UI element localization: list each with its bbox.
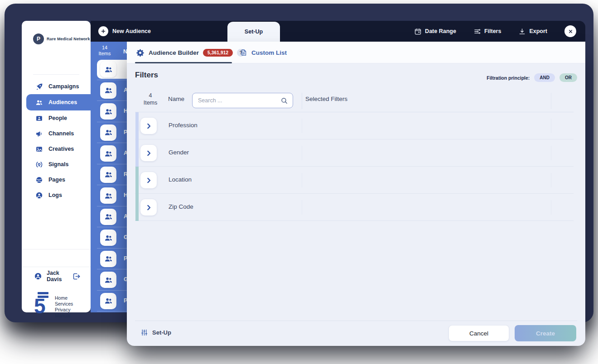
sidebar-item-label: Audiences bbox=[48, 99, 77, 105]
sidebar-item-label: Logs bbox=[48, 192, 62, 198]
filters-title: Filters bbox=[135, 71, 158, 80]
sidebar-item-campaigns[interactable]: Campaigns bbox=[22, 79, 91, 94]
sidebar-item-audiences[interactable]: Audiences bbox=[26, 94, 91, 110]
image-icon bbox=[35, 145, 43, 153]
audiences-icon bbox=[100, 230, 116, 246]
row-accent-strip bbox=[135, 139, 139, 167]
audience-count: 14 Items bbox=[91, 45, 119, 57]
expand-row-button[interactable] bbox=[140, 172, 157, 188]
filters-button[interactable]: Filters bbox=[473, 28, 502, 35]
or-toggle[interactable]: OR bbox=[559, 73, 577, 82]
audience-builder-modal: Audience Builder 5,361,912 ? Custom List… bbox=[127, 42, 585, 346]
expand-row-button[interactable] bbox=[140, 199, 157, 216]
footer-setup-step[interactable]: Set-Up bbox=[140, 329, 171, 336]
name-column-header: Name bbox=[168, 96, 184, 102]
filter-row-zip-code[interactable]: Zip Code bbox=[127, 194, 585, 221]
topbar: New Audience Date Range Filters bbox=[91, 21, 585, 42]
column-divider bbox=[551, 146, 551, 160]
filter-row-profession[interactable]: Profession bbox=[127, 112, 585, 139]
create-button[interactable]: Create bbox=[515, 325, 576, 341]
gear-icon bbox=[136, 48, 145, 57]
audience-list-item[interactable]: A bbox=[91, 206, 127, 228]
audience-list-item[interactable]: G bbox=[91, 269, 127, 291]
user-row: Jack Davis bbox=[22, 269, 91, 283]
audience-list-item[interactable]: P bbox=[91, 249, 127, 270]
filter-row-location[interactable]: Location bbox=[127, 167, 585, 194]
rocket-icon bbox=[35, 83, 43, 91]
footer-link-manual[interactable]: Manual bbox=[55, 313, 73, 319]
audiences-icon bbox=[100, 293, 116, 309]
chevron-right-icon bbox=[145, 149, 153, 157]
audience-list-item[interactable]: G bbox=[91, 227, 127, 249]
sidebar-item-signals[interactable]: Signals bbox=[22, 157, 91, 172]
column-divider bbox=[551, 93, 551, 109]
filtration-principle: Filtration principle: AND OR bbox=[487, 73, 577, 82]
column-divider bbox=[302, 200, 302, 215]
tab-audience-builder[interactable]: Audience Builder 5,361,912 ? bbox=[136, 42, 245, 63]
expand-row-button[interactable] bbox=[140, 118, 157, 134]
brand-logo-icon: P bbox=[33, 34, 44, 44]
plus-icon bbox=[98, 26, 108, 36]
sidebar-item-channels[interactable]: Channels bbox=[22, 126, 91, 141]
audiences-icon bbox=[35, 99, 43, 106]
tab-custom-list-label: Custom List bbox=[251, 49, 287, 56]
sidebar: P Rare Medical Network CampaignsAudience… bbox=[22, 21, 91, 312]
logout-icon[interactable] bbox=[72, 272, 81, 281]
footer-logo: 5 bbox=[34, 292, 49, 318]
filter-row-label: Zip Code bbox=[169, 203, 193, 210]
selected-filters-header: Selected Filters bbox=[305, 96, 347, 102]
filter-row-label: Profession bbox=[169, 122, 198, 129]
audience-list-item[interactable]: A bbox=[91, 143, 127, 164]
audiences-icon bbox=[100, 103, 116, 120]
column-divider bbox=[551, 173, 551, 187]
filter-table-header: 4 Items Name Selected Filters bbox=[127, 90, 585, 112]
audience-list-item[interactable]: H bbox=[91, 101, 127, 122]
active-tab-indicator bbox=[135, 62, 232, 63]
sidebar-item-label: People bbox=[48, 115, 67, 121]
expand-row-button[interactable] bbox=[140, 145, 157, 161]
filter-count: 4 Items bbox=[138, 92, 163, 106]
close-button[interactable] bbox=[564, 25, 576, 37]
and-toggle[interactable]: AND bbox=[534, 73, 555, 82]
column-divider bbox=[302, 173, 302, 187]
sidebar-item-logs[interactable]: Logs bbox=[22, 187, 91, 203]
vertical-sliders-icon bbox=[140, 329, 148, 336]
audience-list-item[interactable]: P bbox=[91, 122, 127, 144]
tab-custom-list[interactable]: Custom List bbox=[240, 42, 287, 63]
sidebar-item-creatives[interactable]: Creatives bbox=[22, 141, 91, 157]
audience-list-item[interactable]: P bbox=[91, 291, 127, 312]
audience-list-item[interactable]: A bbox=[91, 80, 127, 101]
filter-row-label: Location bbox=[169, 176, 192, 183]
sidebar-item-people[interactable]: People bbox=[22, 110, 91, 126]
audiences-icon bbox=[100, 167, 116, 183]
sidebar-item-label: Creatives bbox=[48, 146, 74, 152]
footer-link-services[interactable]: Services bbox=[55, 301, 73, 307]
column-divider bbox=[551, 119, 551, 133]
row-accent-strip bbox=[135, 112, 139, 139]
tab-setup-top[interactable]: Set-Up bbox=[227, 22, 280, 42]
footer-link-privacy[interactable]: Privacy bbox=[55, 307, 73, 313]
search-input[interactable] bbox=[193, 97, 280, 104]
filter-row-gender[interactable]: Gender bbox=[127, 139, 585, 167]
footer-link-home[interactable]: Home bbox=[55, 295, 73, 301]
download-icon bbox=[518, 28, 526, 35]
divider bbox=[97, 311, 127, 311]
page: New Audience Date Range Filters bbox=[0, 0, 598, 364]
audience-list-item[interactable]: R bbox=[91, 164, 127, 186]
sidebar-item-label: Channels bbox=[48, 130, 74, 137]
modal-tabbar: Audience Builder 5,361,912 ? Custom List bbox=[127, 42, 585, 63]
date-range-button[interactable]: Date Range bbox=[414, 28, 456, 35]
export-button[interactable]: Export bbox=[518, 28, 547, 35]
filter-row-label: Gender bbox=[169, 149, 189, 156]
new-audience-button[interactable]: New Audience bbox=[98, 26, 151, 36]
row-accent-strip bbox=[135, 194, 139, 221]
audiences-icon bbox=[100, 251, 116, 267]
footer-setup-label: Set-Up bbox=[152, 329, 171, 336]
sidebar-item-label: Pages bbox=[48, 177, 65, 183]
sidebar-item-pages[interactable]: Pages bbox=[22, 172, 91, 187]
audiences-icon bbox=[100, 82, 116, 99]
cancel-button[interactable]: Cancel bbox=[448, 325, 509, 341]
audience-list-item[interactable] bbox=[91, 59, 127, 80]
tab-audience-builder-label: Audience Builder bbox=[149, 49, 199, 56]
audience-list-item[interactable]: H bbox=[91, 185, 127, 206]
